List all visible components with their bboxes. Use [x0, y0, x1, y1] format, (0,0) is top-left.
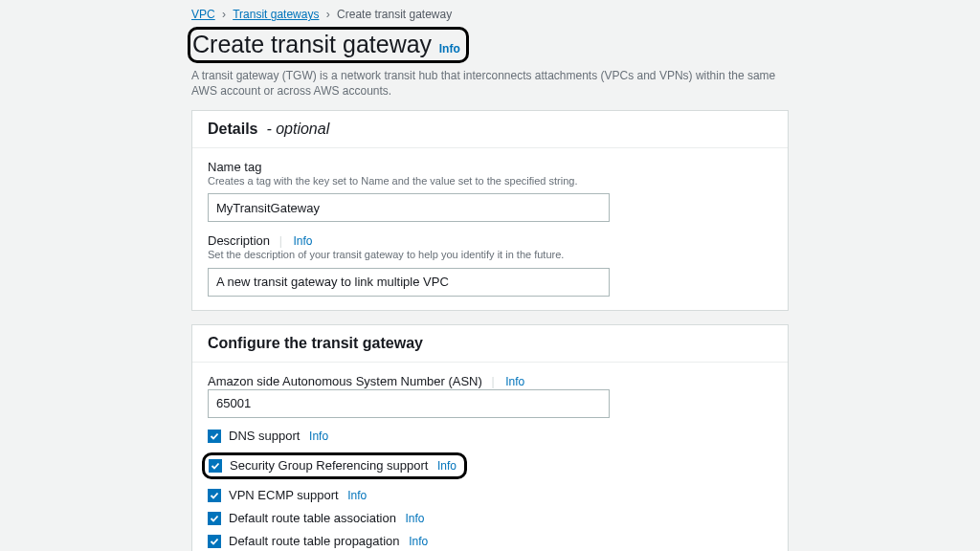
- check-row-sgr: Security Group Referencing support Info: [208, 452, 772, 479]
- label-dns-support: DNS support: [229, 429, 300, 443]
- chevron-right-icon: ›: [218, 8, 230, 21]
- label-sep: |: [485, 375, 496, 388]
- label-asn: Amazon side Autonomous System Number (AS…: [208, 374, 482, 388]
- hint-name-tag: Creates a tag with the key set to Name a…: [208, 175, 772, 187]
- page-subtext: A transit gateway (TGW) is a network tra…: [191, 69, 785, 99]
- panel-header-details-optional-text: - optional: [266, 121, 329, 137]
- info-link-sgr[interactable]: Info: [437, 459, 457, 473]
- breadcrumb: VPC › Transit gateways › Create transit …: [191, 8, 789, 21]
- field-description: Description | Info Set the description o…: [208, 233, 772, 296]
- page-title: Create transit gateway: [192, 31, 432, 57]
- check-icon: [210, 491, 219, 500]
- label-name-tag: Name tag: [208, 160, 772, 174]
- panel-header-configure: Configure the transit gateway: [192, 325, 788, 363]
- panel-details: Details - optional Name tag Creates a ta…: [191, 110, 789, 310]
- page-title-info-link[interactable]: Info: [439, 42, 460, 55]
- label-rtp: Default route table propagation: [229, 534, 400, 548]
- field-asn: Amazon side Autonomous System Number (AS…: [208, 374, 772, 418]
- info-link-rta[interactable]: Info: [406, 512, 425, 525]
- label-vpn-ecmp: VPN ECMP support: [229, 488, 339, 502]
- check-icon: [210, 537, 219, 546]
- input-description[interactable]: [208, 268, 610, 297]
- info-link-description[interactable]: Info: [293, 234, 312, 248]
- checkbox-sgr-support[interactable]: [209, 459, 222, 473]
- label-sgr-support: Security Group Referencing support: [230, 458, 428, 473]
- check-icon: [210, 431, 219, 441]
- input-asn[interactable]: [208, 389, 610, 418]
- panel-header-details: Details - optional: [192, 111, 788, 148]
- check-icon: [210, 514, 219, 523]
- breadcrumb-link-transit-gateways[interactable]: Transit gateways: [233, 8, 319, 21]
- info-link-rtp[interactable]: Info: [409, 535, 428, 548]
- label-description: Description: [208, 233, 270, 248]
- hint-description: Set the description of your transit gate…: [208, 249, 772, 261]
- input-name-tag[interactable]: [208, 193, 610, 222]
- label-sep: |: [274, 234, 284, 248]
- check-row-ecmp: VPN ECMP support Info: [208, 489, 772, 502]
- check-row-rtp: Default route table propagation Info: [208, 535, 772, 548]
- info-link-ecmp[interactable]: Info: [347, 489, 367, 502]
- label-rta: Default route table association: [229, 511, 396, 525]
- chevron-right-icon: ›: [323, 8, 334, 21]
- check-row-dns: DNS support Info: [208, 430, 772, 443]
- checkbox-route-table-association[interactable]: [208, 512, 221, 525]
- check-row-rta: Default route table association Info: [208, 512, 772, 525]
- check-icon: [211, 461, 220, 471]
- info-link-dns[interactable]: Info: [309, 430, 328, 443]
- breadcrumb-current: Create transit gateway: [337, 8, 452, 21]
- panel-configure: Configure the transit gateway Amazon sid…: [191, 324, 789, 551]
- info-link-asn[interactable]: Info: [505, 375, 524, 388]
- page-title-highlight: Create transit gateway Info: [188, 27, 469, 63]
- panel-header-details-title: Details: [208, 121, 257, 137]
- sgr-highlight: Security Group Referencing support Info: [202, 452, 467, 479]
- breadcrumb-link-vpc[interactable]: VPC: [191, 8, 215, 21]
- checkbox-route-table-propagation[interactable]: [208, 535, 221, 548]
- checkbox-dns-support[interactable]: [208, 430, 221, 443]
- field-name-tag: Name tag Creates a tag with the key set …: [208, 160, 772, 222]
- checkbox-vpn-ecmp[interactable]: [208, 489, 221, 502]
